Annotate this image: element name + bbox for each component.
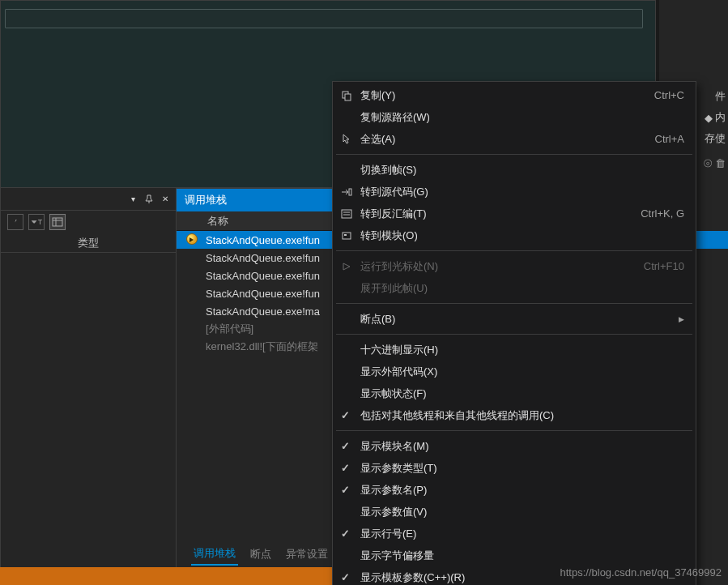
label-mem2: 存使 [705, 131, 726, 146]
run-cursor-icon [339, 259, 354, 274]
copy-icon [339, 88, 354, 103]
check-icon: ✓ [341, 571, 352, 583]
trash-icon[interactable]: 🗑 [715, 157, 726, 170]
diamond-icon: ◆ [705, 112, 713, 124]
goto-source-icon [339, 185, 354, 199]
check-icon: ✓ [341, 527, 352, 540]
label-events-partial: 件 [715, 89, 726, 104]
menu-show-line[interactable]: ✓ 显示行号(E) [334, 523, 694, 544]
bottom-tabs: 调用堆栈 断点 异常设置 [177, 543, 330, 566]
svg-rect-5 [349, 189, 351, 195]
label-mem-partial: 内 [715, 110, 726, 125]
column-header-type[interactable]: 类型 [1, 233, 176, 253]
menu-include-calls[interactable]: ✓ 包括对其他线程和来自其他线程的调用(C) [334, 404, 694, 426]
separator [336, 154, 692, 155]
left-panel: ▾ ✕ ⎖ ⏷T 类型 [0, 188, 177, 585]
check-icon: ✓ [341, 462, 352, 474]
menu-goto-source[interactable]: 转到源代码(G) [334, 181, 694, 203]
menu-goto-module[interactable]: 转到模块(O) [334, 224, 694, 246]
svg-rect-0 [53, 218, 62, 226]
separator [336, 303, 692, 304]
separator [336, 430, 692, 431]
context-menu: 复制(Y) Ctrl+C 复制源路径(W) 全选(A) Ctrl+A 切换到帧(… [332, 81, 696, 585]
goto-disasm-icon [339, 207, 354, 221]
tab-breakpoints[interactable]: 断点 [248, 544, 274, 565]
menu-show-byte-offset[interactable]: 显示字节偏移量 [334, 544, 694, 566]
menu-copy-path[interactable]: 复制源路径(W) [334, 106, 694, 128]
menu-run-to-cursor: 运行到光标处(N) Ctrl+F10 [334, 255, 694, 277]
menu-show-module[interactable]: ✓ 显示模块名(M) [334, 435, 694, 457]
filter-icon-2[interactable]: ⏷T [28, 214, 45, 230]
svg-rect-4 [345, 94, 351, 100]
check-icon: ✓ [341, 484, 352, 496]
svg-rect-10 [344, 234, 347, 236]
icon-row: ⎖ ⏷T [1, 211, 176, 233]
menu-goto-disasm[interactable]: 转到反汇编(T) Ctrl+K, G [334, 203, 694, 224]
menu-select-all[interactable]: 全选(A) Ctrl+A [334, 128, 694, 150]
check-icon: ✓ [341, 440, 352, 452]
camera-icon[interactable]: ⦾ [704, 157, 712, 170]
menu-breakpoint[interactable]: 断点(B) ▶ [334, 308, 694, 330]
cursor-icon [339, 132, 354, 147]
status-bar [0, 567, 332, 585]
watermark: https://blog.csdn.net/qq_37469992 [560, 566, 722, 579]
separator [336, 250, 692, 251]
right-selected-indicator [692, 231, 728, 249]
tab-exception[interactable]: 异常设置 [283, 544, 330, 565]
menu-hex-display[interactable]: 十六进制显示(H) [334, 339, 694, 361]
menu-show-param-name[interactable]: ✓ 显示参数名(P) [334, 479, 694, 501]
separator [336, 334, 692, 335]
close-icon[interactable]: ✕ [159, 193, 172, 206]
filter-icon-1[interactable]: ⎖ [7, 214, 23, 230]
menu-show-param-type[interactable]: ✓ 显示参数类型(T) [334, 457, 694, 479]
dropdown-icon[interactable]: ▾ [126, 193, 139, 206]
menu-show-frame-state[interactable]: 显示帧状态(F) [334, 382, 694, 404]
current-frame-icon [186, 233, 199, 246]
tab-callstack[interactable]: 调用堆栈 [191, 543, 238, 566]
check-icon: ✓ [341, 409, 352, 421]
filter-icon-3[interactable] [49, 214, 66, 230]
goto-module-icon [339, 228, 354, 243]
menu-unwind: 展开到此帧(U) [334, 277, 694, 299]
menu-switch-frame[interactable]: 切换到帧(S) [334, 159, 694, 181]
menu-show-param-value[interactable]: 显示参数值(V) [334, 501, 694, 523]
submenu-arrow-icon: ▶ [679, 315, 684, 323]
editor-input-box[interactable] [5, 9, 643, 28]
panel-toolbar: ▾ ✕ [1, 188, 176, 211]
menu-copy[interactable]: 复制(Y) Ctrl+C [334, 84, 694, 106]
menu-show-external[interactable]: 显示外部代码(X) [334, 361, 694, 382]
svg-rect-6 [342, 210, 351, 218]
pin-icon[interactable] [143, 193, 155, 206]
